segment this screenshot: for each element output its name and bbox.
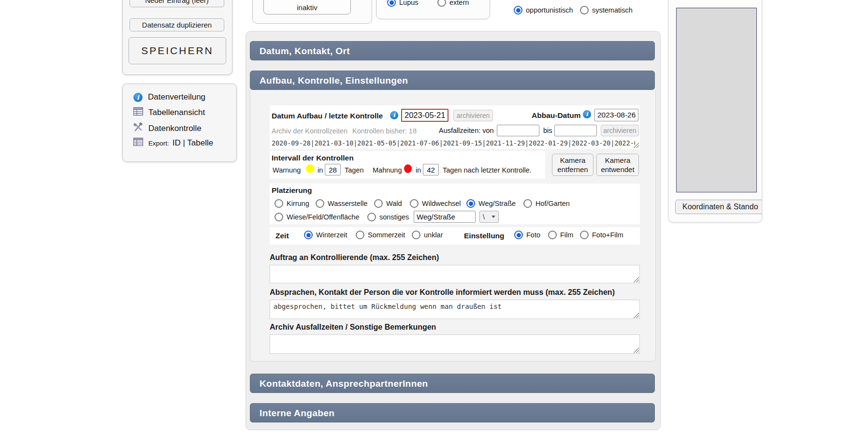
aufbau-date-input[interactable] — [401, 109, 448, 122]
kontrollzeiten-archive-list[interactable]: 2020-09-28|2021-03-10|2021-05-05|2021-07… — [272, 140, 635, 148]
warnung-label: Warnung — [273, 166, 301, 174]
platzierung-dropdown[interactable]: \ — [479, 211, 499, 223]
radio-wildwechsel[interactable]: Wildwechsel — [410, 199, 461, 208]
radio-foto[interactable]: Foto — [514, 231, 540, 239]
radio-winterzeit[interactable]: Winterzeit — [304, 231, 347, 239]
inactive-button[interactable]: inaktiv — [263, 0, 351, 15]
radio-dot — [580, 231, 589, 239]
duplicate-record-button[interactable]: Datensatz duplizieren — [130, 18, 224, 31]
radio-dot — [580, 6, 589, 15]
menu-panel: i Datenverteilung Tabellenansicht Datenk… — [122, 84, 237, 162]
section-bar-aufbau[interactable]: Aufbau, Kontrolle, Einstellungen — [250, 71, 655, 90]
radio-wiese-feld[interactable]: Wiese/Feld/Offenfläche — [275, 213, 359, 221]
dropdown-value: \ — [483, 213, 485, 221]
radio-hof-garten[interactable]: Hof/Garten — [523, 199, 570, 208]
einstellung-label: Einstellung — [464, 232, 505, 240]
menu-label: Datenverteilung — [148, 92, 205, 102]
chevron-down-icon — [492, 216, 495, 218]
radio-dot — [367, 213, 376, 221]
warn-days-input[interactable] — [325, 164, 341, 175]
export-targets[interactable]: ID | Tabelle — [173, 138, 213, 148]
info-icon[interactable]: i — [390, 111, 398, 119]
radio-sommerzeit[interactable]: Sommerzeit — [356, 231, 405, 239]
info-icon[interactable]: i — [583, 110, 591, 118]
kamera-entwendet-label: Kameraentwendet — [601, 156, 634, 174]
radio-dot — [437, 0, 446, 7]
radio-extern[interactable]: extern — [437, 0, 469, 7]
radio-wald[interactable]: Wald — [374, 199, 402, 208]
radio-dot — [410, 199, 419, 208]
radio-dot — [466, 199, 475, 208]
radio-label: Lupus — [399, 0, 419, 6]
radio-label: Winterzeit — [316, 231, 347, 239]
intervall-title: Intervall der Kontrollen — [272, 154, 354, 162]
new-entry-button[interactable]: Neuer Eintrag (leer) — [130, 0, 224, 7]
radio-dot — [548, 231, 557, 239]
radio-opportunistisch[interactable]: opportunistisch — [514, 6, 573, 15]
aufbau-date-label: Datum Aufbau / letzte Kontrolle — [272, 112, 383, 120]
archive-date-button[interactable]: archivieren — [453, 110, 493, 121]
ausfall-bis-input[interactable] — [554, 125, 597, 136]
radio-label: Foto+Film — [592, 231, 623, 239]
radio-unklar[interactable]: unklar — [412, 231, 443, 239]
archive-ausfall-label: archivieren — [603, 127, 636, 134]
absprachen-label: Absprachen, Kontakt der Person die vor K… — [270, 288, 615, 297]
warning-dot — [306, 164, 314, 173]
radio-dot — [387, 0, 396, 7]
radio-label: Film — [560, 231, 573, 239]
radio-systematisch[interactable]: systematisch — [580, 6, 633, 15]
archive-date-label: archivieren — [457, 112, 490, 119]
section-bar-datum[interactable]: Datum, Kontakt, Ort — [250, 41, 655, 60]
radio-kirrung[interactable]: Kirrung — [275, 199, 309, 208]
archive-ausfall-button[interactable]: archivieren — [601, 125, 639, 136]
duplicate-record-label: Datensatz duplizieren — [142, 21, 212, 29]
in-label: in — [416, 166, 421, 174]
section-title: Aufbau, Kontrolle, Einstellungen — [260, 75, 408, 86]
radio-label: Sommerzeit — [368, 231, 405, 239]
mahnung-dot — [404, 164, 412, 173]
radio-label: Weg/Straße — [478, 200, 516, 207]
kamera-entfernen-button[interactable]: Kameraentfernen — [552, 154, 593, 176]
radio-label: Wasserstelle — [328, 200, 367, 207]
menu-item-tabellenansicht[interactable]: Tabellenansicht — [133, 107, 205, 118]
actions-panel: Neuer Eintrag (leer) Datensatz duplizier… — [122, 0, 232, 75]
save-button[interactable]: SPEICHERN — [129, 37, 226, 64]
radio-label: Kirrung — [287, 200, 309, 207]
radio-dot — [304, 231, 313, 239]
radio-label: systematisch — [592, 6, 633, 14]
radio-film[interactable]: Film — [548, 231, 573, 239]
menu-item-datenkontrolle[interactable]: Datenkontrolle — [133, 122, 202, 134]
radio-label: Wald — [386, 200, 402, 207]
radio-dot — [412, 231, 420, 239]
bis-label: bis — [543, 127, 552, 134]
abbau-date-input[interactable] — [594, 109, 638, 121]
coordinates-button[interactable]: Koordinaten & Stando — [675, 200, 762, 214]
radio-label: unklar — [424, 231, 443, 239]
kamera-entwendet-button[interactable]: Kameraentwendet — [596, 154, 639, 176]
abbau-date-label: Abbau-Datum — [532, 111, 581, 120]
mahn-days-input[interactable] — [423, 164, 439, 175]
radio-label: Wiese/Feld/Offenfläche — [287, 213, 359, 221]
radio-weg-strasse[interactable]: Weg/Straße — [466, 199, 516, 208]
radio-lupus[interactable]: Lupus — [387, 0, 419, 7]
radio-foto-film[interactable]: Foto+Film — [580, 231, 623, 239]
radio-label: extern — [449, 0, 469, 6]
map-panel: Koordinaten & Stando — [668, 0, 762, 222]
tagen-label: Tagen — [345, 166, 364, 174]
menu-item-export[interactable]: Export: ID | Tabelle — [133, 138, 213, 148]
section-bar-kontaktdaten[interactable]: Kontaktdaten, AnsprechpartnerInnen — [250, 374, 655, 393]
radio-sonstiges[interactable]: sonstiges — [367, 213, 409, 221]
sonstiges-input[interactable] — [414, 211, 476, 223]
ausfall-von-input[interactable] — [497, 125, 539, 136]
menu-item-datenverteilung[interactable]: i Datenverteilung — [133, 92, 205, 102]
table-icon — [133, 107, 143, 118]
absprachen-textarea[interactable]: abgesprochen, bittet um Rückmeldung wenn… — [270, 300, 640, 319]
radio-wasserstelle[interactable]: Wasserstelle — [316, 199, 367, 208]
map-placeholder[interactable] — [676, 8, 757, 192]
archiv-bemerkungen-textarea[interactable] — [270, 334, 640, 354]
archiv-kontrollzeiten-label: Archiv der Kontrollzeiten — [272, 127, 347, 135]
save-label: SPEICHERN — [141, 45, 214, 57]
section-bar-interne-angaben[interactable]: Interne Angaben — [250, 403, 655, 422]
auftrag-label: Auftrag an Kontrollierende (max. 255 Zei… — [270, 253, 439, 262]
auftrag-textarea[interactable] — [270, 265, 640, 283]
